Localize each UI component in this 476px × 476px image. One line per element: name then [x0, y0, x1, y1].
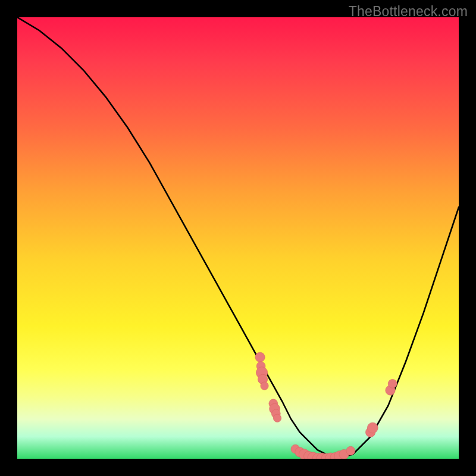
- chart-svg: [17, 17, 459, 459]
- chart-marker: [367, 422, 378, 433]
- chart-marker: [346, 446, 355, 455]
- chart-marker: [261, 382, 268, 390]
- chart-marker: [388, 379, 397, 388]
- chart-plot-area: [17, 17, 459, 459]
- chart-markers: [255, 352, 397, 459]
- watermark-text: TheBottleneck.com: [349, 4, 468, 20]
- chart-marker: [255, 352, 265, 362]
- chart-marker: [273, 414, 281, 422]
